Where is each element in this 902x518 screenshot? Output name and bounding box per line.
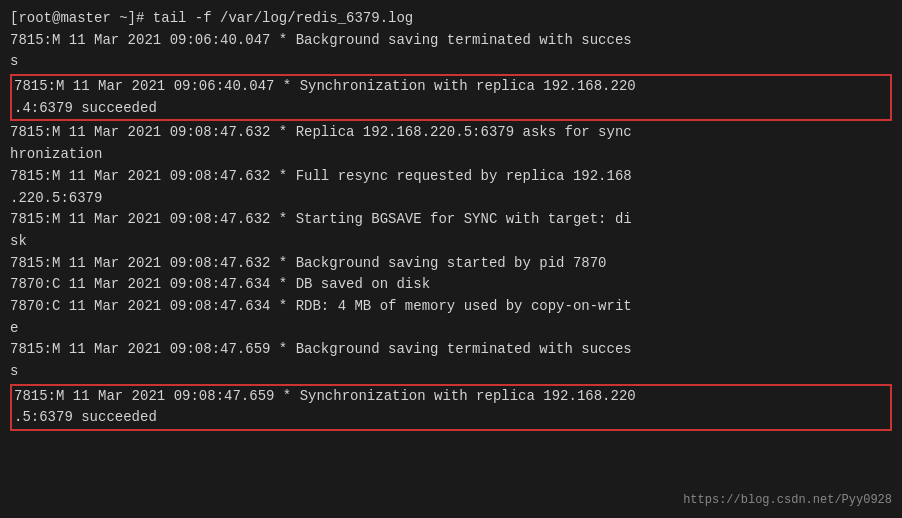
log-line-1: 7815:M 11 Mar 2021 09:06:40.047 * Backgr… [10, 30, 892, 52]
log-line-2: s [10, 51, 892, 73]
log-line-6: hronization [10, 144, 892, 166]
highlighted-block-1: 7815:M 11 Mar 2021 09:06:40.047 * Synchr… [10, 74, 892, 121]
log-line-16: s [10, 361, 892, 383]
log-line-12: 7870:C 11 Mar 2021 09:08:47.634 * DB sav… [10, 274, 892, 296]
log-line-9: 7815:M 11 Mar 2021 09:08:47.632 * Starti… [10, 209, 892, 231]
log-line-18: .5:6379 succeeded [14, 407, 888, 429]
log-line-8: .220.5:6379 [10, 188, 892, 210]
log-line-14: e [10, 318, 892, 340]
terminal-window: [root@master ~]# tail -f /var/log/redis_… [0, 0, 902, 518]
log-line-5: 7815:M 11 Mar 2021 09:08:47.632 * Replic… [10, 122, 892, 144]
log-line-11: 7815:M 11 Mar 2021 09:08:47.632 * Backgr… [10, 253, 892, 275]
prompt-line: [root@master ~]# tail -f /var/log/redis_… [10, 8, 892, 30]
watermark: https://blog.csdn.net/Pyy0928 [683, 491, 892, 510]
highlighted-block-2: 7815:M 11 Mar 2021 09:08:47.659 * Synchr… [10, 384, 892, 431]
log-line-13: 7870:C 11 Mar 2021 09:08:47.634 * RDB: 4… [10, 296, 892, 318]
log-line-15: 7815:M 11 Mar 2021 09:08:47.659 * Backgr… [10, 339, 892, 361]
log-line-10: sk [10, 231, 892, 253]
log-line-17: 7815:M 11 Mar 2021 09:08:47.659 * Synchr… [14, 386, 888, 408]
log-line-3: 7815:M 11 Mar 2021 09:06:40.047 * Synchr… [14, 76, 888, 98]
log-line-7: 7815:M 11 Mar 2021 09:08:47.632 * Full r… [10, 166, 892, 188]
log-line-4: .4:6379 succeeded [14, 98, 888, 120]
